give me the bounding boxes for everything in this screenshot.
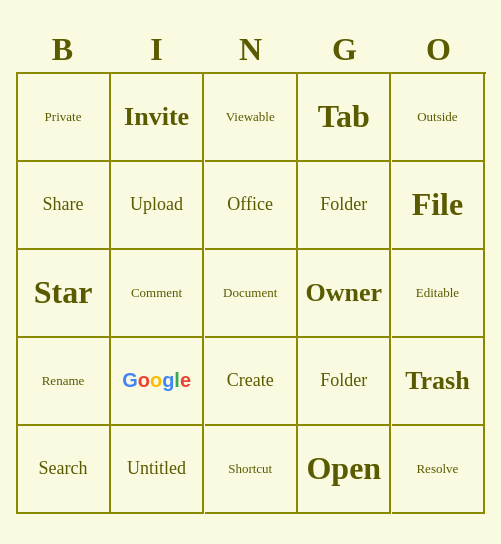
- cell-r1-c1: Private: [18, 74, 111, 162]
- cell-r3-c4: Owner: [298, 250, 391, 338]
- cell-r1-c4: Tab: [298, 74, 391, 162]
- cell-r3-c1: Star: [18, 250, 111, 338]
- cell-r5-c4: Open: [298, 426, 391, 514]
- cell-r4-c2: Google: [111, 338, 204, 426]
- cell-r5-c3: Shortcut: [205, 426, 298, 514]
- cell-r5-c1: Search: [18, 426, 111, 514]
- cell-r5-c2: Untitled: [111, 426, 204, 514]
- bingo-grid: Private Invite Viewable Tab Outside Shar…: [16, 72, 486, 514]
- cell-r4-c4: Folder: [298, 338, 391, 426]
- cell-r2-c4: Folder: [298, 162, 391, 250]
- cell-r3-c3: Document: [205, 250, 298, 338]
- header-n: N: [206, 31, 296, 68]
- cell-r3-c5: Editable: [392, 250, 485, 338]
- cell-r4-c1: Rename: [18, 338, 111, 426]
- header-o: O: [394, 31, 484, 68]
- cell-r3-c2: Comment: [111, 250, 204, 338]
- cell-r2-c3: Office: [205, 162, 298, 250]
- header-i: I: [112, 31, 202, 68]
- cell-r2-c1: Share: [18, 162, 111, 250]
- cell-r2-c2: Upload: [111, 162, 204, 250]
- cell-r2-c5: File: [392, 162, 485, 250]
- header-g: G: [300, 31, 390, 68]
- header-b: B: [18, 31, 108, 68]
- cell-r1-c2: Invite: [111, 74, 204, 162]
- bingo-header: B I N G O: [16, 31, 486, 68]
- cell-r1-c3: Viewable: [205, 74, 298, 162]
- cell-r4-c5: Trash: [392, 338, 485, 426]
- cell-r4-c3: Create: [205, 338, 298, 426]
- cell-r5-c5: Resolve: [392, 426, 485, 514]
- bingo-card: B I N G O Private Invite Viewable Tab Ou…: [6, 21, 496, 524]
- cell-r1-c5: Outside: [392, 74, 485, 162]
